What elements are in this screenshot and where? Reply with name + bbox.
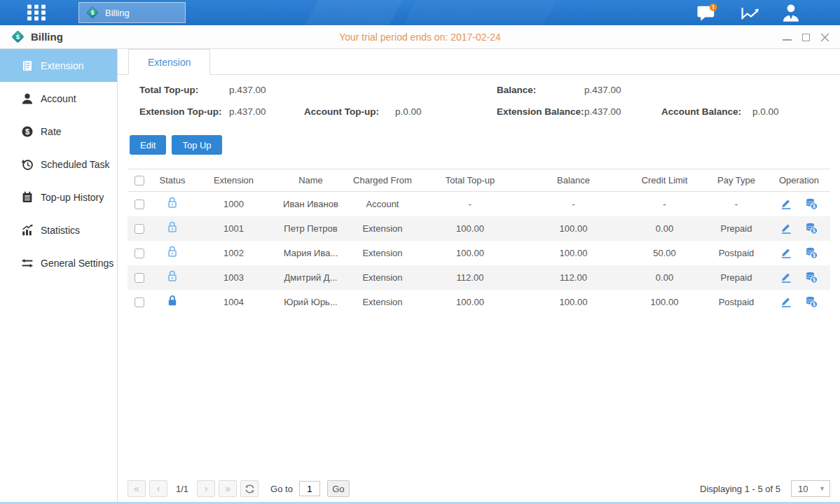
extensions-table: Status Extension Name Charged From Total…	[128, 169, 830, 314]
edit-row-button[interactable]	[780, 295, 792, 308]
sidebar-item-rate[interactable]: $ Rate	[0, 115, 117, 148]
column-header-extension: Extension	[193, 169, 274, 192]
cell-total-topup: 100.00	[418, 241, 523, 265]
cell-credit-limit: -	[624, 192, 705, 216]
last-page-button[interactable]: »	[219, 480, 237, 497]
chevron-down-icon: ▼	[819, 485, 825, 492]
goto-page-input[interactable]	[299, 481, 320, 496]
cell-charged-from: Extension	[347, 241, 418, 265]
message-icon: !	[696, 4, 718, 23]
top-up-row-button[interactable]: $	[805, 222, 818, 235]
cell-extension: 1002	[193, 241, 274, 265]
sidebar-item-statistics[interactable]: Statistics	[0, 214, 117, 246]
top-up-row-button[interactable]: $	[805, 246, 818, 260]
refresh-button[interactable]	[240, 480, 259, 497]
minimize-button[interactable]	[782, 32, 792, 43]
table-row: 1000 Иван Иванов Account - - - -	[128, 192, 830, 216]
row-checkbox[interactable]	[135, 224, 144, 234]
maximize-button[interactable]	[801, 32, 811, 43]
sidebar-item-general-settings[interactable]: General Settings	[0, 246, 117, 279]
row-checkbox[interactable]	[135, 200, 144, 209]
edit-row-button[interactable]	[780, 271, 792, 284]
lock-open-icon[interactable]	[167, 197, 178, 209]
lock-open-icon[interactable]	[167, 246, 178, 258]
edit-row-button[interactable]	[780, 222, 792, 234]
edit-row-button[interactable]	[780, 246, 792, 259]
window-title: Billing	[31, 31, 63, 43]
pencil-icon	[780, 271, 792, 284]
account-balance-value: p.0.00	[752, 106, 779, 117]
taskbar-billing-app[interactable]: $ Billing	[78, 2, 186, 23]
monitor-button[interactable]	[739, 5, 762, 24]
svg-text:$: $	[813, 302, 815, 307]
cell-name: Юрий Юрь...	[274, 290, 347, 314]
go-button[interactable]: Go	[327, 480, 350, 497]
table-header-row: Status Extension Name Charged From Total…	[128, 169, 830, 192]
cell-pay-type: Prepaid	[705, 265, 768, 290]
sidebar-item-label: Account	[41, 93, 76, 104]
minimize-icon	[783, 39, 792, 41]
user-menu-button[interactable]	[780, 4, 801, 25]
select-all-checkbox[interactable]	[135, 176, 144, 186]
cell-charged-from: Extension	[347, 290, 418, 314]
sidebar-item-label: Scheduled Task	[41, 159, 110, 170]
messages-button[interactable]: !	[696, 4, 718, 26]
sidebar-item-label: Statistics	[41, 225, 80, 236]
row-checkbox[interactable]	[135, 273, 144, 283]
first-page-button[interactable]: «	[128, 480, 146, 497]
lock-open-icon[interactable]	[167, 221, 178, 233]
tab-extension[interactable]: Extension	[128, 49, 210, 75]
trial-notice: Your trial period ends on: 2017-02-24	[0, 31, 840, 43]
next-page-button[interactable]: ›	[197, 480, 215, 497]
close-icon	[820, 33, 829, 42]
edit-row-button[interactable]	[780, 197, 792, 210]
page-size-select[interactable]: 10 ▼	[791, 480, 830, 497]
page-indicator: 1/1	[176, 484, 188, 494]
main-content: Extension Total Top-up: p.437.00 Balance…	[118, 49, 840, 504]
column-header-charged-from: Charged From	[347, 169, 418, 192]
svg-text:!: !	[712, 4, 715, 10]
app-grid-button[interactable]	[24, 4, 49, 22]
row-checkbox[interactable]	[135, 248, 144, 258]
sidebar-item-account[interactable]: Account	[0, 82, 117, 115]
row-checkbox[interactable]	[135, 298, 144, 307]
statistics-icon	[21, 224, 34, 237]
top-up-row-button[interactable]: $	[805, 271, 818, 284]
cell-extension: 1003	[193, 265, 274, 290]
sidebar-item-topup-history[interactable]: Top-up History	[0, 181, 117, 214]
account-topup-label: Account Top-up:	[304, 106, 379, 117]
cell-balance: 112.00	[523, 265, 624, 290]
sidebar-item-label: Extension	[41, 60, 83, 71]
sidebar-item-extension[interactable]: Extension	[0, 49, 117, 82]
sidebar: Extension Account $ Rate	[0, 49, 118, 504]
top-up-row-button[interactable]: $	[805, 197, 818, 211]
sidebar-item-label: Top-up History	[41, 192, 104, 203]
svg-text:$: $	[813, 204, 815, 209]
topup-history-icon	[21, 191, 34, 204]
close-button[interactable]	[820, 32, 830, 43]
app-grid-icon	[27, 4, 46, 21]
cell-balance: 100.00	[523, 290, 624, 314]
lock-open-icon[interactable]	[167, 270, 178, 282]
pagination-bar: « ‹ 1/1 › » Go to Go Displaying 1	[128, 480, 830, 497]
total-topup-label: Total Top-up:	[139, 85, 198, 95]
sidebar-item-scheduled-task[interactable]: Scheduled Task	[0, 148, 117, 181]
balance-value: p.437.00	[584, 85, 621, 95]
cell-charged-from: Extension	[347, 265, 418, 290]
lock-closed-icon[interactable]	[167, 295, 178, 307]
coins-icon: $	[805, 246, 818, 260]
total-topup-value: p.437.00	[229, 85, 266, 95]
top-up-row-button[interactable]: $	[805, 295, 818, 309]
line-chart-icon	[739, 5, 762, 22]
top-up-button[interactable]: Top Up	[172, 135, 221, 155]
svg-text:$: $	[813, 253, 815, 258]
extension-balance-label: Extension Balance:	[497, 106, 584, 117]
pencil-icon	[780, 246, 792, 259]
edit-button[interactable]: Edit	[130, 135, 166, 155]
cell-total-topup: 112.00	[418, 265, 523, 290]
cell-total-topup: 100.00	[418, 290, 523, 314]
taskbar-app-label: Billing	[105, 8, 130, 18]
prev-page-button[interactable]: ‹	[149, 480, 167, 497]
cell-charged-from: Extension	[347, 216, 418, 241]
general-settings-icon	[21, 257, 34, 270]
